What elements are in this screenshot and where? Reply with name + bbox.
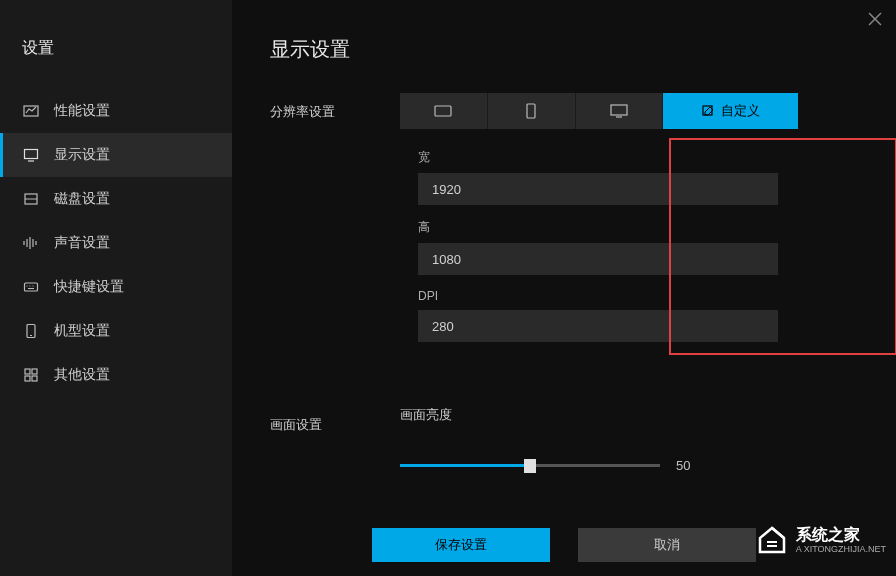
sidebar-item-label: 磁盘设置 — [54, 190, 110, 208]
sidebar-item-label: 声音设置 — [54, 234, 110, 252]
svg-rect-18 — [32, 369, 37, 374]
svg-rect-23 — [435, 106, 451, 116]
phone-icon — [22, 322, 40, 340]
sidebar-item-label: 机型设置 — [54, 322, 110, 340]
tablet-landscape-icon — [434, 105, 452, 117]
disk-icon — [22, 190, 40, 208]
brightness-slider[interactable] — [400, 464, 660, 467]
grid-icon — [22, 366, 40, 384]
screen-label: 画面设置 — [270, 406, 400, 473]
svg-rect-28 — [767, 541, 777, 543]
svg-rect-24 — [527, 104, 535, 118]
sidebar-item-label: 快捷键设置 — [54, 278, 124, 296]
page-title: 显示设置 — [232, 0, 896, 93]
sidebar-item-performance[interactable]: 性能设置 — [0, 89, 232, 133]
tab-custom-label: 自定义 — [721, 102, 760, 120]
house-icon — [754, 522, 790, 558]
chart-icon — [22, 102, 40, 120]
svg-rect-25 — [611, 105, 627, 115]
svg-rect-29 — [767, 545, 777, 547]
phone-portrait-icon — [526, 103, 536, 119]
slider-thumb[interactable] — [524, 459, 536, 473]
sidebar-item-other[interactable]: 其他设置 — [0, 353, 232, 397]
watermark-text: 系统之家 A XITONGZHIJIA.NET — [796, 525, 886, 555]
keyboard-icon — [22, 278, 40, 296]
brightness-label: 画面亮度 — [400, 406, 858, 424]
sidebar-item-display[interactable]: 显示设置 — [0, 133, 232, 177]
svg-rect-10 — [25, 283, 38, 291]
watermark-title: 系统之家 — [796, 525, 886, 544]
highlight-form — [669, 138, 896, 355]
tab-phone-portrait[interactable] — [488, 93, 576, 129]
screen-section: 画面设置 画面亮度 50 — [232, 406, 896, 473]
sidebar-item-shortcut[interactable]: 快捷键设置 — [0, 265, 232, 309]
sidebar-item-label: 性能设置 — [54, 102, 110, 120]
cancel-button[interactable]: 取消 — [578, 528, 756, 562]
sound-icon — [22, 234, 40, 252]
sidebar-item-device[interactable]: 机型设置 — [0, 309, 232, 353]
main-content: 显示设置 分辨率设置 自定义 — [232, 0, 896, 576]
svg-point-12 — [29, 285, 30, 286]
slider-fill — [400, 464, 530, 467]
watermark-sub: A XITONGZHIJIA.NET — [796, 544, 886, 555]
sidebar: 设置 性能设置 显示设置 磁盘设置 声音设置 — [0, 0, 232, 576]
svg-rect-1 — [25, 150, 38, 159]
close-button[interactable] — [868, 12, 882, 26]
sidebar-item-disk[interactable]: 磁盘设置 — [0, 177, 232, 221]
app-container: 设置 性能设置 显示设置 磁盘设置 声音设置 — [0, 0, 896, 576]
edit-icon — [702, 105, 715, 118]
tab-desktop[interactable] — [576, 93, 664, 129]
tab-tablet-landscape[interactable] — [400, 93, 488, 129]
tab-custom[interactable]: 自定义 — [663, 93, 798, 129]
brightness-value: 50 — [676, 458, 690, 473]
resolution-tabs: 自定义 — [400, 93, 798, 129]
svg-rect-19 — [25, 376, 30, 381]
resolution-label: 分辨率设置 — [270, 93, 400, 376]
desktop-icon — [610, 104, 628, 118]
svg-rect-20 — [32, 376, 37, 381]
sidebar-title: 设置 — [0, 0, 232, 89]
brightness-slider-wrap: 50 — [400, 458, 858, 473]
sidebar-item-label: 其他设置 — [54, 366, 110, 384]
screen-content: 画面亮度 50 — [400, 406, 858, 473]
sidebar-item-label: 显示设置 — [54, 146, 110, 164]
svg-point-11 — [26, 285, 27, 286]
save-button[interactable]: 保存设置 — [372, 528, 550, 562]
watermark: 系统之家 A XITONGZHIJIA.NET — [754, 522, 886, 558]
monitor-icon — [22, 146, 40, 164]
svg-rect-17 — [25, 369, 30, 374]
svg-point-13 — [32, 285, 33, 286]
sidebar-item-sound[interactable]: 声音设置 — [0, 221, 232, 265]
